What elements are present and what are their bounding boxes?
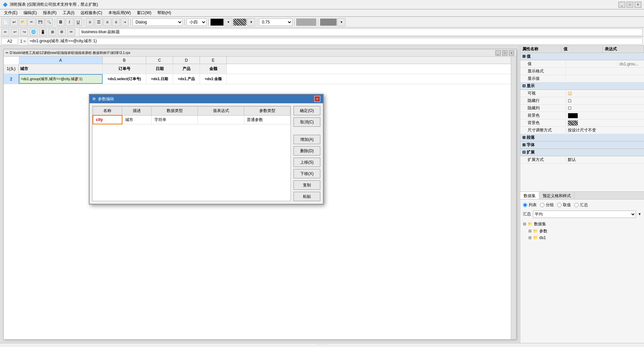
radio-summary[interactable]: 汇总: [574, 202, 588, 208]
menu-tools[interactable]: 工具(I): [60, 9, 77, 16]
radio-summary-input[interactable]: [574, 203, 579, 207]
background-color-dropdown[interactable]: ▼: [247, 18, 255, 26]
minimize-button[interactable]: _: [619, 2, 625, 8]
prop-row-extend-mode[interactable]: 扩展方式 默认: [520, 156, 644, 164]
underline-button[interactable]: U: [74, 18, 82, 26]
dialog-move-up-button[interactable]: 上移(S): [293, 158, 320, 167]
hide-row-checkbox[interactable]: ☐: [568, 99, 572, 103]
cell-c2[interactable]: =ds1.日期: [146, 74, 173, 84]
prop-row-hide-col[interactable]: 隐藏列 ☐: [520, 105, 644, 112]
vertical-scrollbar[interactable]: [511, 57, 516, 339]
doc-window-controls[interactable]: _ □ ×: [495, 50, 514, 56]
cell-e2[interactable]: =ds1.金额: [200, 74, 227, 84]
prop-row-size-adjust[interactable]: 尺寸调整方式 按设计尺寸不变: [520, 127, 644, 134]
menu-file[interactable]: 文件(E): [1, 9, 20, 16]
doc-restore-button[interactable]: □: [502, 50, 507, 56]
dialog-move-down-button[interactable]: 下移(X): [293, 169, 320, 178]
cell-b2[interactable]: =ds1.select(订单号): [103, 74, 146, 84]
font-name-select[interactable]: Dialog: [132, 18, 183, 26]
radio-group[interactable]: 分组: [540, 202, 554, 208]
mobile-button[interactable]: 📱: [39, 28, 47, 36]
visible-checkbox[interactable]: ☑: [568, 91, 572, 96]
foreground-color-box[interactable]: [568, 113, 578, 118]
dialog-add-button[interactable]: 增加(A): [293, 135, 320, 144]
cell-reference-input[interactable]: [1, 38, 18, 45]
radio-list[interactable]: 列表: [523, 202, 537, 208]
italic-button[interactable]: I: [65, 18, 73, 26]
color-preview[interactable]: [320, 18, 337, 26]
save-button[interactable]: 📂: [19, 18, 27, 26]
tree-expand-params[interactable]: ⊞: [528, 229, 532, 233]
maximize-button[interactable]: □: [627, 2, 633, 8]
align-justify-button[interactable]: ≡: [112, 18, 120, 26]
edit-mode-button[interactable]: ✏: [1, 28, 9, 36]
dialog-confirm-button[interactable]: 确定(O): [293, 106, 320, 115]
settings-button[interactable]: ⚙: [58, 28, 66, 36]
menu-report[interactable]: 报表(R): [40, 9, 59, 16]
formula-input[interactable]: [28, 38, 643, 45]
dialog-cancel-button[interactable]: 取消(C): [293, 117, 320, 127]
cell-a2[interactable]: =ds1.group(城市,城市==@city,城市:1): [19, 74, 103, 84]
close-button[interactable]: ×: [635, 2, 641, 8]
prop-row-display-value[interactable]: 显示值: [520, 75, 644, 82]
menu-help[interactable]: 帮助(H): [155, 9, 174, 16]
doc-close-button[interactable]: ×: [509, 50, 514, 56]
open-button[interactable]: ↩: [10, 18, 18, 26]
prop-row-visible[interactable]: 可视 ☑: [520, 90, 644, 97]
cell-d1[interactable]: 产品: [173, 64, 200, 74]
summary-select[interactable]: 平均: [533, 211, 636, 218]
cell-b1[interactable]: 订单号: [103, 64, 146, 74]
preview-button[interactable]: 🔍: [45, 18, 53, 26]
cell-c1[interactable]: 日期: [146, 64, 173, 74]
prop-row-display-format[interactable]: 显示格式: [520, 68, 644, 75]
bold-button[interactable]: B: [57, 18, 65, 26]
radio-list-input[interactable]: [523, 203, 527, 207]
save2-button[interactable]: ✏: [28, 18, 36, 26]
foreground-color-dropdown[interactable]: ▼: [224, 18, 232, 26]
tree-item-datasets[interactable]: ⊞ 📁 数据集: [523, 221, 641, 228]
hide-col-checkbox[interactable]: ☐: [568, 106, 572, 111]
dialog-close-button[interactable]: ×: [314, 96, 320, 102]
foreground-color-swatch[interactable]: [210, 18, 224, 26]
wrap-button[interactable]: ⇥: [121, 18, 129, 26]
window-controls[interactable]: _ □ ×: [619, 2, 641, 8]
dialog-copy-button[interactable]: 复制: [293, 180, 320, 190]
line-width-select[interactable]: 0.75: [259, 18, 292, 26]
menu-window[interactable]: 窗口(W): [134, 9, 154, 16]
doc-minimize-button[interactable]: _: [495, 50, 501, 56]
tab-predefined[interactable]: 预定义格和样式: [539, 192, 575, 199]
radio-value-input[interactable]: [557, 203, 561, 207]
prop-row-foreground[interactable]: 前景色: [520, 112, 644, 119]
font-size-select[interactable]: 小四: [186, 18, 207, 26]
radio-value[interactable]: 取值: [557, 202, 571, 208]
cell-a1[interactable]: 城市: [19, 64, 103, 74]
align-center-button[interactable]: ☰: [95, 18, 103, 26]
dialog-paste-button[interactable]: 粘贴: [293, 192, 320, 201]
tree-item-ds1[interactable]: ⊞ 📁 ds1: [523, 235, 641, 241]
tree-item-params[interactable]: ⊞ 📁 参数: [523, 228, 641, 235]
refresh-button[interactable]: 🌐: [30, 28, 38, 36]
param-name-cell[interactable]: city: [93, 115, 122, 124]
summary-dropdown-icon[interactable]: ▼: [638, 212, 641, 216]
background-color-box[interactable]: [568, 120, 578, 126]
save3-button[interactable]: 💾: [36, 18, 44, 26]
menu-edit[interactable]: 编辑(E): [21, 9, 40, 16]
pencil-button[interactable]: ✏: [67, 28, 75, 36]
tab-dataset[interactable]: 数据集: [520, 192, 539, 199]
line-style-preview[interactable]: [296, 18, 316, 26]
dialog-delete-button[interactable]: 删除(D): [293, 146, 320, 156]
cell-d2[interactable]: =ds1.产品: [173, 74, 200, 84]
parameter-dialog[interactable]: ⚙ 参数编辑 × 名称 描述 数据类型 值表达式 参数类型: [89, 94, 324, 205]
background-pattern-swatch[interactable]: [233, 18, 247, 26]
color-dropdown2[interactable]: ▼: [337, 18, 345, 26]
menu-remote[interactable]: 远程服务(C): [78, 9, 105, 16]
align-left-button[interactable]: ≡: [86, 18, 94, 26]
grid-button[interactable]: ⊞: [48, 28, 56, 36]
prop-row-background[interactable]: 背景色: [520, 119, 644, 127]
prop-row-hide-row[interactable]: 隐藏行 ☐: [520, 97, 644, 105]
tree-expand-ds1[interactable]: ⊞: [528, 235, 532, 240]
radio-group-input[interactable]: [540, 203, 544, 207]
tree-expand-datasets[interactable]: ⊞: [523, 222, 526, 226]
new-button[interactable]: 📄: [1, 18, 9, 26]
align-right-button[interactable]: ≡: [103, 18, 111, 26]
